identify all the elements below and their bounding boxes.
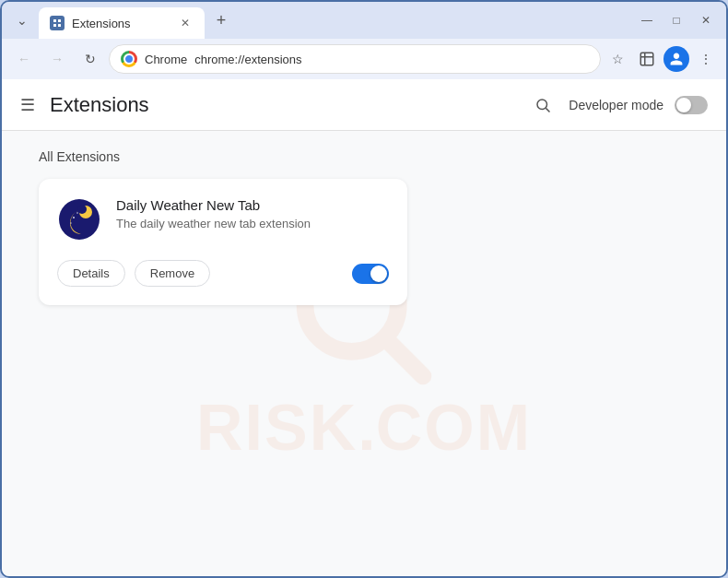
search-button[interactable] [528,90,558,120]
extension-icon [57,197,101,242]
extension-toggle[interactable] [352,264,389,284]
tab-title: Extensions [72,17,170,30]
nav-bar: ← → ↻ Chrome chrome://extensions ☆ ⋮ [2,39,726,79]
svg-rect-4 [58,24,61,27]
url-text: chrome://extensions [194,53,301,66]
browser-window: ⌄ Extensions ✕ + — □ ✕ ← → ↻ [0,0,728,578]
toggle-knob [676,98,691,112]
extension-name: Daily Weather New Tab [116,197,389,213]
svg-rect-0 [52,18,63,29]
page-title: Extensions [50,93,149,117]
brand-name: Chrome [145,53,187,66]
extensions-main: RISK . COM All Extensions [2,131,726,576]
extension-card-top: Daily Weather New Tab The daily weather … [57,197,389,242]
tab-favicon [50,16,65,30]
profile-button[interactable] [663,46,689,72]
header-right: Developer mode [528,90,708,120]
bookmark-button[interactable]: ☆ [605,46,630,72]
extension-card: Daily Weather New Tab The daily weather … [39,179,407,305]
back-button[interactable]: ← [9,44,39,74]
window-close-button[interactable]: ✕ [693,7,719,33]
extension-description: The daily weather new tab extension [116,217,389,230]
extensions-button[interactable] [634,46,660,72]
remove-button[interactable]: Remove [135,260,210,287]
extension-card-bottom: Details Remove [57,260,389,287]
svg-point-13 [76,212,78,214]
extensions-header: ☰ Extensions Developer mode [2,79,726,131]
svg-rect-2 [58,19,61,22]
title-bar: ⌄ Extensions ✕ + — □ ✕ [2,2,726,39]
page-content: ☰ Extensions Developer mode [2,79,726,576]
extension-toggle-knob [370,265,387,282]
extension-info: Daily Weather New Tab The daily weather … [116,197,389,230]
menu-button[interactable]: ⋮ [693,46,719,72]
svg-point-12 [73,217,75,218]
svg-rect-3 [53,24,56,27]
tab-list-button[interactable]: ⌄ [9,7,35,33]
active-tab[interactable]: Extensions ✕ [39,7,205,39]
tab-close-button[interactable]: ✕ [177,15,194,31]
maximize-button[interactable]: □ [663,7,689,33]
forward-button[interactable]: → [42,44,72,74]
svg-rect-1 [53,19,56,22]
dev-mode-label: Developer mode [569,98,663,112]
svg-line-8 [386,339,423,376]
details-button[interactable]: Details [57,260,125,287]
svg-point-14 [70,222,72,224]
address-bar[interactable]: Chrome chrome://extensions [109,44,601,74]
new-tab-button[interactable]: + [208,7,234,33]
nav-icons: ☆ ⋮ [605,46,719,72]
developer-mode-toggle[interactable] [675,96,708,114]
header-left: ☰ Extensions [20,93,149,117]
chrome-icon [121,51,137,67]
svg-point-11 [77,205,87,214]
menu-hamburger-icon[interactable]: ☰ [20,95,35,115]
all-extensions-label: All Extensions [39,149,689,164]
svg-line-6 [546,108,550,112]
reload-button[interactable]: ↻ [76,44,105,74]
window-controls: — □ ✕ [634,7,719,33]
svg-point-5 [537,100,547,110]
minimize-button[interactable]: — [634,7,660,33]
